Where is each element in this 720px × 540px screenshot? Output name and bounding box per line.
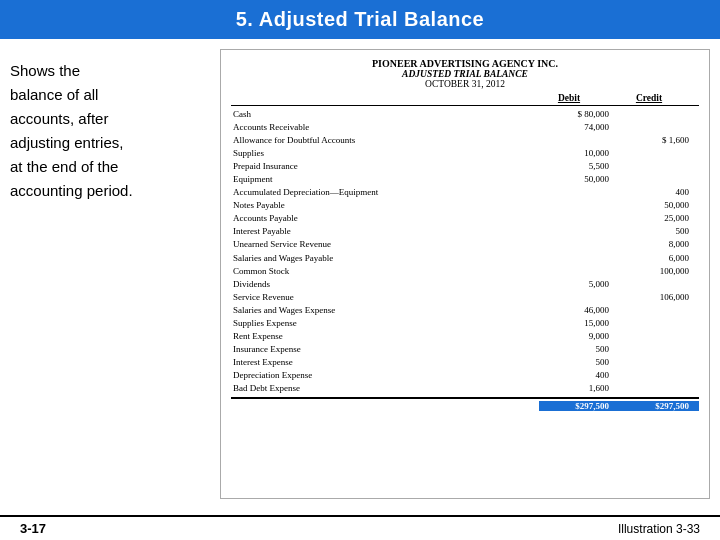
debit-value: 15,000: [539, 317, 619, 330]
desc-line2: balance of all: [10, 86, 98, 103]
column-headers: Debit Credit: [231, 93, 699, 103]
table-row: Equipment50,000: [231, 173, 699, 186]
account-name: Notes Payable: [231, 199, 539, 212]
total-row: $297,500 $297,500: [231, 397, 699, 411]
debit-header: Debit: [529, 93, 609, 103]
table-row: Accumulated Depreciation—Equipment400: [231, 186, 699, 199]
total-debit: $297,500: [539, 401, 619, 411]
table-header: PIONEER ADVERTISING AGENCY INC. ADJUSTED…: [231, 58, 699, 89]
account-name: Supplies: [231, 147, 539, 160]
total-credit: $297,500: [619, 401, 699, 411]
table-row: Accounts Payable25,000: [231, 212, 699, 225]
table-date: OCTOBER 31, 2012: [231, 79, 699, 89]
table-row: Rent Expense9,000: [231, 330, 699, 343]
table-row: Supplies10,000: [231, 147, 699, 160]
account-name: Accumulated Depreciation—Equipment: [231, 186, 539, 199]
account-name: Salaries and Wages Expense: [231, 304, 539, 317]
account-name: Interest Payable: [231, 225, 539, 238]
company-name: PIONEER ADVERTISING AGENCY INC.: [231, 58, 699, 69]
credit-value: 50,000: [619, 199, 699, 212]
table-row: Insurance Expense500: [231, 343, 699, 356]
table-row: Bad Debt Expense1,600: [231, 382, 699, 395]
table-row: Dividends5,000: [231, 278, 699, 291]
document-title: ADJUSTED TRIAL BALANCE: [231, 69, 699, 79]
account-name: Equipment: [231, 173, 539, 186]
table-row: Depreciation Expense400: [231, 369, 699, 382]
top-divider: [231, 105, 699, 106]
account-name: Allowance for Doubtful Accounts: [231, 134, 539, 147]
footer: 3-17 Illustration 3-33: [0, 515, 720, 540]
desc-line4: adjusting entries,: [10, 134, 123, 151]
table-row: Supplies Expense15,000: [231, 317, 699, 330]
credit-value: 8,000: [619, 238, 699, 251]
financial-table: PIONEER ADVERTISING AGENCY INC. ADJUSTED…: [220, 49, 710, 499]
debit-value: 50,000: [539, 173, 619, 186]
debit-value: 46,000: [539, 304, 619, 317]
illustration-label: Illustration 3-33: [618, 522, 700, 536]
credit-value: 25,000: [619, 212, 699, 225]
account-name: Service Revenue: [231, 291, 539, 304]
desc-line6: accounting period.: [10, 182, 133, 199]
table-row: Salaries and Wages Expense46,000: [231, 304, 699, 317]
table-row: Interest Payable500: [231, 225, 699, 238]
desc-line3: accounts, after: [10, 110, 108, 127]
debit-value: $ 80,000: [539, 108, 619, 121]
account-name: Cash: [231, 108, 539, 121]
credit-value: 6,000: [619, 252, 699, 265]
credit-value: 106,000: [619, 291, 699, 304]
table-row: Interest Expense500: [231, 356, 699, 369]
table-row: Common Stock100,000: [231, 265, 699, 278]
account-name: Accounts Receivable: [231, 121, 539, 134]
desc-line1: Shows the: [10, 62, 80, 79]
table-row: Accounts Receivable74,000: [231, 121, 699, 134]
credit-value: 400: [619, 186, 699, 199]
content-area: Shows the balance of all accounts, after…: [0, 39, 720, 499]
debit-value: 74,000: [539, 121, 619, 134]
account-name: Interest Expense: [231, 356, 539, 369]
debit-value: 9,000: [539, 330, 619, 343]
credit-header: Credit: [609, 93, 689, 103]
table-row: Notes Payable50,000: [231, 199, 699, 212]
debit-value: 5,500: [539, 160, 619, 173]
table-row: Service Revenue106,000: [231, 291, 699, 304]
debit-value: 1,600: [539, 382, 619, 395]
table-row: Cash$ 80,000: [231, 108, 699, 121]
account-name: Prepaid Insurance: [231, 160, 539, 173]
table-row: Unearned Service Revenue8,000: [231, 238, 699, 251]
credit-value: 500: [619, 225, 699, 238]
table-row: Prepaid Insurance5,500: [231, 160, 699, 173]
account-rows-container: Cash$ 80,000Accounts Receivable74,000All…: [231, 108, 699, 395]
debit-value: 5,000: [539, 278, 619, 291]
credit-value: 100,000: [619, 265, 699, 278]
debit-value: 10,000: [539, 147, 619, 160]
debit-value: 400: [539, 369, 619, 382]
account-name: Insurance Expense: [231, 343, 539, 356]
account-name: Salaries and Wages Payable: [231, 252, 539, 265]
debit-value: 500: [539, 343, 619, 356]
description-text: Shows the balance of all accounts, after…: [10, 49, 210, 499]
account-name: Common Stock: [231, 265, 539, 278]
account-name: Depreciation Expense: [231, 369, 539, 382]
desc-line5: at the end of the: [10, 158, 118, 175]
account-name: Dividends: [231, 278, 539, 291]
page-title: 5. Adjusted Trial Balance: [0, 0, 720, 39]
account-name: Bad Debt Expense: [231, 382, 539, 395]
account-name: Supplies Expense: [231, 317, 539, 330]
debit-value: 500: [539, 356, 619, 369]
account-name: Rent Expense: [231, 330, 539, 343]
account-name: Accounts Payable: [231, 212, 539, 225]
table-row: Allowance for Doubtful Accounts$ 1,600: [231, 134, 699, 147]
account-name: Unearned Service Revenue: [231, 238, 539, 251]
table-row: Salaries and Wages Payable6,000: [231, 252, 699, 265]
slide-number: 3-17: [20, 521, 46, 536]
credit-value: $ 1,600: [619, 134, 699, 147]
